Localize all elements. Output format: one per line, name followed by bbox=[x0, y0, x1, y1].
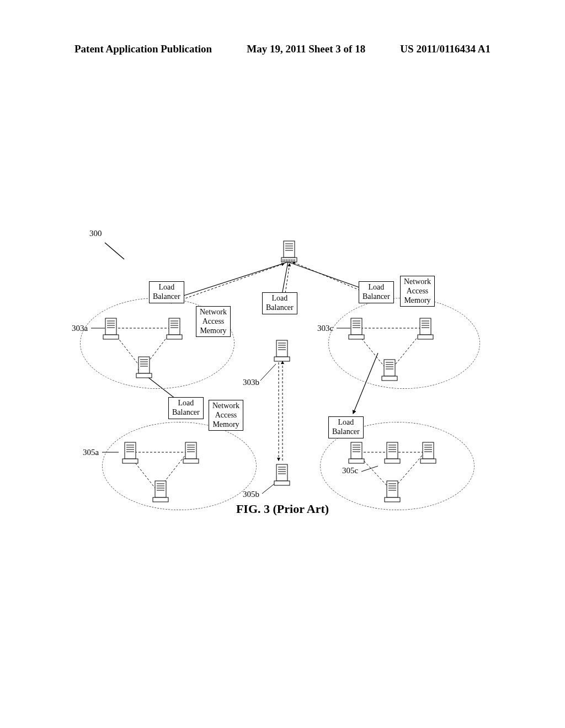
load-balancer-box: Load Balancer bbox=[149, 281, 184, 303]
svg-rect-48 bbox=[136, 373, 152, 378]
svg-rect-78 bbox=[122, 459, 138, 463]
network-access-memory-box: Network Access Memory bbox=[209, 400, 243, 431]
server-icon bbox=[417, 317, 434, 341]
server-icon bbox=[381, 358, 398, 383]
ref-label-305c: 305c bbox=[342, 466, 358, 475]
ref-label-305b: 305b bbox=[243, 490, 259, 499]
svg-rect-54 bbox=[274, 357, 290, 361]
ref-label-303b: 303b bbox=[243, 378, 259, 387]
load-balancer-box: Load Balancer bbox=[168, 397, 204, 419]
root-label: 300 bbox=[89, 229, 102, 238]
svg-rect-90 bbox=[153, 497, 168, 502]
server-icon bbox=[273, 463, 291, 488]
network-access-memory-box: Network Access Memory bbox=[196, 306, 231, 337]
svg-line-12 bbox=[260, 364, 276, 381]
server-icon bbox=[135, 356, 153, 380]
svg-rect-72 bbox=[382, 376, 397, 381]
cluster-305a bbox=[102, 422, 257, 510]
figure-caption: FIG. 3 (Prior Art) bbox=[0, 502, 565, 516]
svg-rect-96 bbox=[274, 481, 290, 485]
load-balancer-box: Load Balancer bbox=[328, 416, 364, 438]
svg-rect-66 bbox=[418, 335, 433, 339]
server-icon bbox=[273, 339, 291, 363]
server-icon bbox=[383, 480, 401, 504]
ref-label-303c: 303c bbox=[317, 324, 333, 333]
load-balancer-box: Load Balancer bbox=[262, 292, 297, 314]
server-icon bbox=[419, 441, 437, 465]
server-icon bbox=[121, 441, 139, 465]
svg-rect-60 bbox=[349, 335, 364, 339]
server-icon bbox=[182, 441, 200, 465]
server-icon bbox=[348, 317, 365, 341]
header-left: Patent Application Publication bbox=[74, 43, 212, 55]
page-header: Patent Application Publication May 19, 2… bbox=[0, 43, 565, 55]
figure-diagram: 300 Load Balancer Load Balancer Load Bal… bbox=[72, 232, 491, 524]
svg-rect-120 bbox=[385, 497, 400, 502]
header-center: May 19, 2011 Sheet 3 of 18 bbox=[247, 43, 365, 55]
svg-rect-102 bbox=[349, 459, 364, 463]
server-icon bbox=[166, 317, 183, 341]
server-icon bbox=[102, 317, 120, 341]
svg-line-10 bbox=[105, 243, 124, 259]
ref-label-305a: 305a bbox=[83, 448, 99, 457]
svg-rect-84 bbox=[183, 459, 199, 463]
server-icon bbox=[348, 441, 365, 465]
cluster-303c bbox=[328, 298, 480, 389]
svg-rect-114 bbox=[420, 459, 436, 463]
network-access-memory-box: Network Access Memory bbox=[400, 276, 435, 307]
ref-label-303a: 303a bbox=[72, 324, 88, 333]
server-icon bbox=[152, 480, 169, 504]
svg-rect-42 bbox=[167, 335, 182, 339]
load-balancer-box: Load Balancer bbox=[359, 281, 394, 303]
server-icon bbox=[383, 441, 401, 465]
server-icon bbox=[280, 240, 298, 264]
header-right: US 2011/0116434 A1 bbox=[400, 43, 491, 55]
svg-rect-108 bbox=[385, 459, 400, 463]
svg-rect-36 bbox=[103, 335, 119, 339]
